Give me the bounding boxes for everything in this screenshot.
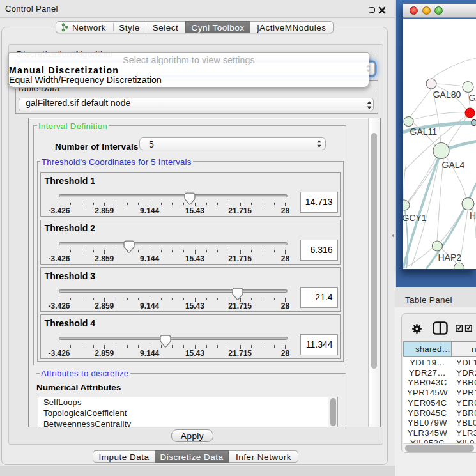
svg-text:GAL4: GAL4 — [442, 160, 465, 170]
svg-text:GAL80: GAL80 — [433, 89, 461, 100]
svg-text:CY: CY — [471, 118, 476, 128]
svg-text:GCY1: GCY1 — [403, 213, 427, 223]
svg-text:GAL11: GAL11 — [410, 127, 438, 137]
svg-text:GAL: GAL — [469, 93, 476, 103]
svg-text:HIS: HIS — [470, 210, 476, 220]
svg-text:HAP2: HAP2 — [438, 252, 462, 263]
